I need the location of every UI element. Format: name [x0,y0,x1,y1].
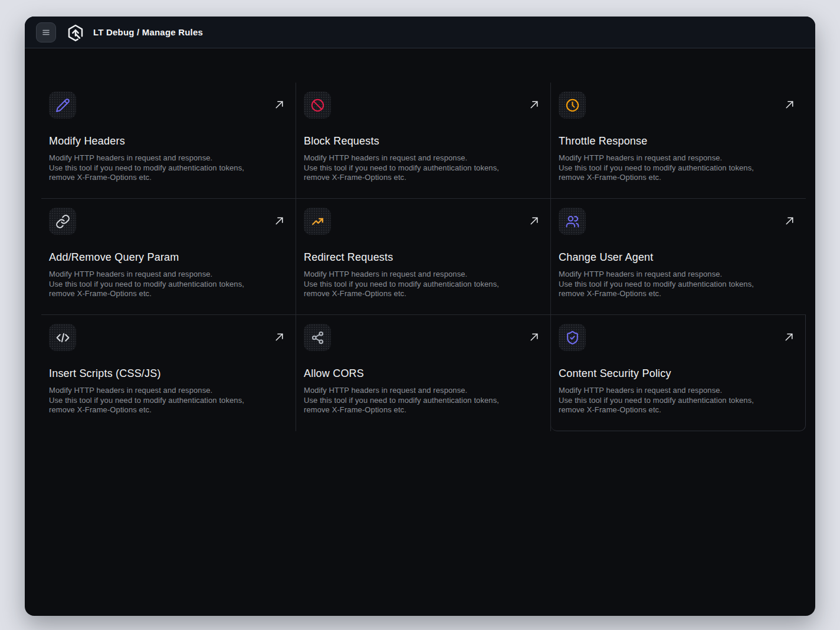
rules-grid: Modify Headers Modify HTTP headers in re… [41,83,806,431]
arrow-up-right-icon[interactable] [528,99,540,111]
card-title: Allow CORS [304,368,542,380]
hamburger-menu-button[interactable] [36,22,56,42]
card-block-requests[interactable]: Block Requests Modify HTTP headers in re… [296,83,551,199]
users-icon [565,214,580,229]
shield-check-icon [565,330,580,345]
card-change-user-agent[interactable]: Change User Agent Modify HTTP headers in… [551,199,806,315]
icon-tile [559,91,586,119]
card-title: Add/Remove Query Param [49,251,287,264]
card-title: Modify Headers [49,135,287,147]
icon-tile [559,324,586,351]
main-content: Modify Headers Modify HTTP headers in re… [25,48,815,431]
icon-tile [304,324,331,351]
arrow-up-right-icon[interactable] [273,331,286,343]
hamburger-menu-icon [40,27,52,38]
card-add-remove-query-param[interactable]: Add/Remove Query Param Modify HTTP heade… [41,199,296,315]
card-title: Change User Agent [559,251,798,264]
card-title: Redirect Requests [304,251,542,264]
icon-tile [304,208,331,235]
code-icon [55,330,70,345]
card-description: Modify HTTP headers in request and respo… [559,153,798,183]
card-description: Modify HTTP headers in request and respo… [49,153,287,183]
card-description: Modify HTTP headers in request and respo… [559,386,797,415]
clock-icon [565,98,580,113]
page-title: LT Debug / Manage Rules [93,27,203,37]
share-icon [310,330,325,345]
app-window: LT Debug / Manage Rules [25,17,815,616]
card-title: Content Security Policy [559,368,797,380]
arrow-up-right-icon[interactable] [783,99,796,111]
arrow-up-right-icon[interactable] [273,99,286,111]
arrow-up-right-icon[interactable] [783,331,795,343]
card-title: Throttle Response [559,135,798,147]
trending-up-icon [310,214,325,229]
card-insert-scripts[interactable]: Insert Scripts (CSS/JS) Modify HTTP head… [41,315,296,431]
pencil-icon [55,98,70,113]
card-redirect-requests[interactable]: Redirect Requests Modify HTTP headers in… [296,199,551,315]
card-title: Insert Scripts (CSS/JS) [49,368,287,380]
link-icon [55,214,70,229]
card-content-security-policy[interactable]: Content Security Policy Modify HTTP head… [551,315,806,431]
card-description: Modify HTTP headers in request and respo… [304,153,542,183]
icon-tile [304,91,331,119]
card-description: Modify HTTP headers in request and respo… [304,386,542,415]
card-throttle-response[interactable]: Throttle Response Modify HTTP headers in… [551,83,806,199]
ban-icon [310,98,325,113]
card-description: Modify HTTP headers in request and respo… [49,270,287,299]
arrow-up-right-icon[interactable] [528,331,540,343]
icon-tile [559,208,586,235]
card-title: Block Requests [304,135,542,147]
card-modify-headers[interactable]: Modify Headers Modify HTTP headers in re… [41,83,296,199]
icon-tile [49,208,76,235]
icon-tile [49,324,76,351]
card-description: Modify HTTP headers in request and respo… [49,386,287,415]
icon-tile [49,91,76,119]
card-description: Modify HTTP headers in request and respo… [304,270,542,299]
lt-debug-logo-icon [66,23,85,42]
arrow-up-right-icon[interactable] [528,215,540,227]
card-description: Modify HTTP headers in request and respo… [559,270,798,299]
app-header: LT Debug / Manage Rules [25,17,815,48]
arrow-up-right-icon[interactable] [273,215,286,227]
card-allow-cors[interactable]: Allow CORS Modify HTTP headers in reques… [296,315,551,431]
arrow-up-right-icon[interactable] [783,215,796,227]
